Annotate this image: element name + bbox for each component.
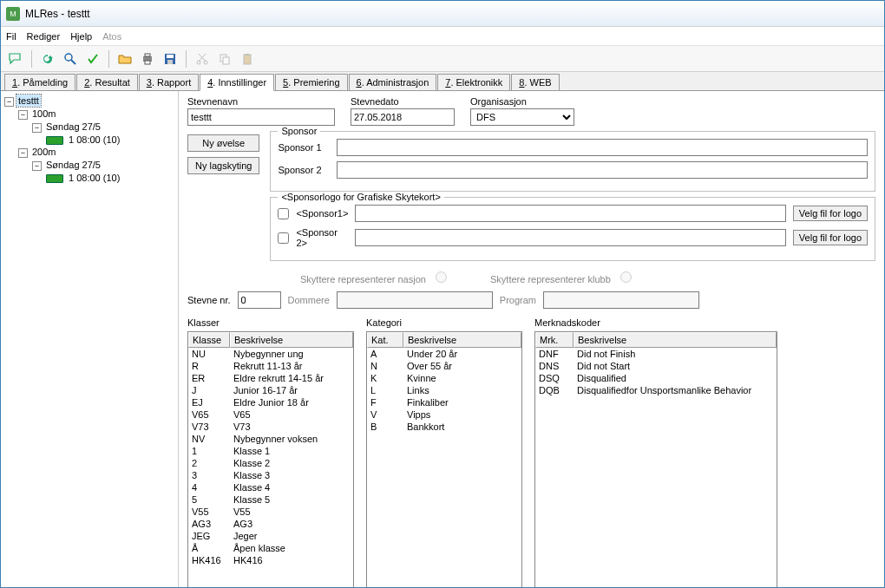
table-row[interactable]: RRekrutt 11-13 år — [188, 360, 353, 372]
table-row[interactable]: JJunior 16-17 år — [188, 384, 353, 396]
tree-time[interactable]: 1 08:00 (10) — [67, 172, 121, 184]
tree-toggle[interactable]: − — [18, 110, 28, 120]
svg-rect-6 — [167, 55, 174, 58]
table-row[interactable]: VVipps — [367, 408, 521, 421]
svg-point-0 — [65, 54, 72, 61]
table-row[interactable]: 5Klasse 5 — [188, 493, 353, 506]
svg-rect-3 — [145, 54, 150, 56]
menubar: Fil Rediger Hjelp Atos — [1, 27, 884, 46]
tab-web[interactable]: 8. WEB — [511, 74, 559, 90]
tab-innstillinger[interactable]: 4. Innstillinger — [200, 74, 274, 91]
tree-root[interactable]: testtt — [16, 95, 41, 107]
merknad-table[interactable]: Mrk.Beskrivelse DNFDid not FinishDNSDid … — [534, 331, 777, 587]
toolbar-save-icon[interactable] — [161, 49, 180, 69]
tree-time[interactable]: 1 08:00 (10) — [67, 134, 121, 146]
hdr-beskrivelse: Beskrivelse — [230, 332, 353, 348]
led-icon — [46, 174, 63, 183]
tree-100m[interactable]: 100m — [30, 108, 58, 120]
table-row[interactable]: NOver 55 år — [367, 360, 521, 372]
table-row[interactable]: BBankkort — [367, 421, 521, 433]
table-row[interactable]: EREldre rekrutt 14-15 år — [188, 372, 353, 384]
table-row[interactable]: V73V73 — [188, 421, 353, 433]
tree-day[interactable]: Søndag 27/5 — [44, 159, 102, 171]
menu-fil[interactable]: Fil — [6, 31, 16, 42]
tab-resultat[interactable]: 2. Resultat — [76, 74, 138, 90]
ny-lagskyting-button[interactable]: Ny lagskyting — [187, 157, 259, 174]
tab-administrasjon[interactable]: 6. Administrasjon — [349, 74, 437, 90]
stevne-nr-input[interactable] — [238, 291, 281, 309]
velg-fil-button-1[interactable]: Velg fil for logo — [793, 206, 868, 221]
rep-nasjon-label: Skyttere representerer nasjon — [300, 274, 426, 284]
toolbar-search-icon[interactable] — [61, 49, 80, 69]
menu-hjelp[interactable]: Hjelp — [70, 31, 92, 42]
table-row[interactable]: KKvinne — [367, 372, 521, 384]
sponsor2-logo-checkbox[interactable] — [278, 232, 289, 244]
organisasjon-label: Organisasjon — [470, 96, 574, 107]
titlebar: M MLRes - testtt — [1, 1, 884, 27]
sponsor1-input[interactable] — [337, 139, 868, 156]
tab-pamelding[interactable]: 1. Påmelding — [4, 74, 75, 90]
hdr-kat: Kat. — [367, 332, 403, 348]
table-row[interactable]: HK416HK416 — [188, 554, 353, 566]
table-row[interactable]: AUnder 20 år — [367, 348, 521, 360]
rep-nasjon-radio — [436, 271, 447, 283]
toolbar-copy-icon[interactable] — [215, 49, 234, 69]
hdr-beskrivelse: Beskrivelse — [574, 332, 777, 348]
stevnenavn-input[interactable] — [187, 108, 335, 126]
toolbar-speech-icon[interactable] — [6, 49, 25, 69]
table-row[interactable]: ÅÅpen klasse — [188, 542, 353, 554]
sponsor2-label: Sponsor 2 — [278, 165, 330, 175]
table-row[interactable]: EJEldre Junior 18 år — [188, 396, 353, 408]
table-row[interactable]: AG3AG3 — [188, 518, 353, 530]
table-row[interactable]: 4Klasse 4 — [188, 481, 353, 493]
ny-ovelse-button[interactable]: Ny øvelse — [187, 134, 259, 152]
tree-toggle[interactable]: − — [32, 123, 42, 133]
klasser-title: Klasser — [187, 317, 354, 328]
velg-fil-button-2[interactable]: Velg fil for logo — [793, 230, 868, 245]
tree-day[interactable]: Søndag 27/5 — [44, 121, 102, 133]
toolbar-open-icon[interactable] — [115, 49, 134, 69]
toolbar-cut-icon[interactable] — [193, 49, 212, 69]
rep-klubb-label: Skyttere representerer klubb — [490, 274, 611, 284]
toolbar-paste-icon[interactable] — [238, 49, 257, 69]
sponsor1-label: Sponsor 1 — [278, 142, 330, 153]
table-row[interactable]: V55V55 — [188, 506, 353, 518]
tree-toggle[interactable]: − — [4, 97, 14, 107]
table-row[interactable]: JEGJeger — [188, 530, 353, 542]
table-row[interactable]: DQBDisqualifiedfor Unsportsmanlike Behav… — [535, 384, 777, 396]
sponsor1-logo-label: <Sponsor1> — [296, 208, 348, 219]
menu-rediger[interactable]: Rediger — [27, 31, 61, 42]
organisasjon-select[interactable]: DFS — [470, 108, 574, 126]
table-row[interactable]: FFinkaliber — [367, 396, 521, 408]
toolbar-print-icon[interactable] — [138, 49, 157, 69]
tree-toggle[interactable]: − — [18, 148, 28, 158]
led-icon — [46, 136, 63, 145]
table-row[interactable]: DNSDid not Start — [535, 360, 777, 372]
table-row[interactable]: DSQDisqualified — [535, 372, 777, 384]
table-row[interactable]: NUNybegynner ung — [188, 348, 353, 360]
table-row[interactable]: V65V65 — [188, 408, 353, 421]
sponsor2-input[interactable] — [337, 161, 868, 179]
toolbar-refresh-icon[interactable] — [38, 49, 57, 69]
table-row[interactable]: 2Klasse 2 — [188, 457, 353, 469]
table-row[interactable]: DNFDid not Finish — [535, 348, 777, 360]
tab-premiering[interactable]: 5. Premiering — [275, 74, 347, 90]
tree-toggle[interactable]: − — [32, 161, 42, 171]
sponsor1-logo-checkbox[interactable] — [278, 208, 289, 219]
tab-rapport[interactable]: 3. Rapport — [139, 74, 199, 90]
tree-200m[interactable]: 200m — [30, 146, 58, 158]
stevnedato-input[interactable] — [351, 108, 455, 126]
kategori-table[interactable]: Kat.Beskrivelse AUnder 20 årNOver 55 årK… — [366, 331, 522, 587]
table-row[interactable]: 3Klasse 3 — [188, 469, 353, 481]
sponsor2-logo-path[interactable] — [355, 229, 785, 246]
sponsor1-logo-path[interactable] — [355, 205, 785, 222]
klasser-table[interactable]: KlasseBeskrivelse NUNybegynner ungRRekru… — [187, 331, 354, 587]
tree-panel: −testtt −100m −Søndag 27/5 1 08:00 (10) … — [1, 91, 179, 587]
sponsor2-logo-label: <Sponsor 2> — [296, 227, 348, 248]
table-row[interactable]: NVNybegynner voksen — [188, 433, 353, 445]
table-row[interactable]: 1Klasse 1 — [188, 445, 353, 457]
tab-elektronikk[interactable]: 7. Elektronikk — [437, 74, 510, 90]
table-row[interactable]: LLinks — [367, 384, 521, 396]
toolbar-check-icon[interactable] — [83, 49, 102, 69]
hdr-beskrivelse: Beskrivelse — [403, 332, 521, 348]
